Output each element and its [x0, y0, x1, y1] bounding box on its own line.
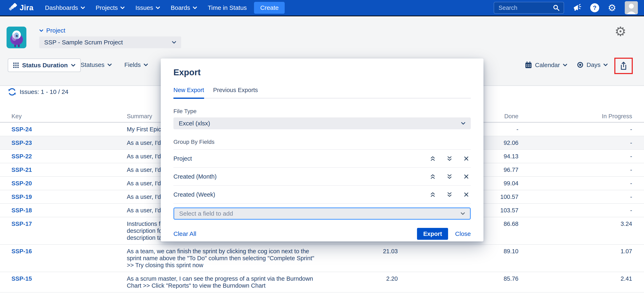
issue-key-cell: SSP-18 [12, 204, 127, 217]
move-down-button[interactable] [445, 190, 454, 199]
jira-logo[interactable]: Jira [8, 3, 34, 12]
brand-name: Jira [20, 4, 34, 12]
navbar-right: ? ⚙ [494, 1, 638, 14]
chevron-down-icon [144, 64, 148, 66]
view-selector-status-duration[interactable]: Status Duration [8, 58, 81, 72]
close-icon [463, 156, 469, 162]
in-progress-value-cell: - [518, 177, 632, 190]
add-field-select[interactable]: Select a field to add [174, 208, 471, 220]
issue-key-cell: SSP-24 [12, 123, 127, 136]
nav-item-time-in-status[interactable]: Time in Status [208, 4, 247, 11]
move-up-button[interactable] [428, 172, 437, 181]
user-avatar[interactable] [625, 1, 638, 14]
in-progress-value-cell: - [518, 136, 632, 149]
file-type-select[interactable]: Excel (xlsx) [174, 118, 471, 129]
issue-key-link[interactable]: SSP-15 [12, 275, 32, 282]
search-icon [552, 4, 560, 12]
statuses-dropdown[interactable]: Statuses [80, 61, 112, 68]
close-icon [463, 192, 469, 198]
days-dropdown[interactable]: Days [577, 61, 608, 68]
issue-key-link[interactable]: SSP-20 [12, 180, 32, 186]
chevron-down-icon [71, 64, 76, 67]
move-down-button[interactable] [445, 172, 454, 181]
nav-item-projects[interactable]: Projects [96, 4, 125, 11]
issue-key-link[interactable]: SSP-18 [12, 207, 32, 214]
clear-all-link[interactable]: Clear All [174, 230, 196, 237]
col-header-in-progress: In Progress [518, 113, 632, 120]
close-icon [463, 174, 469, 180]
issue-key-link[interactable]: SSP-17 [12, 220, 32, 227]
chevron-down-icon [156, 6, 160, 9]
file-type-label: File Type [174, 108, 471, 114]
remove-field-button[interactable] [462, 154, 471, 163]
table-row: SSP-15As a scrum master, I can see the p… [0, 272, 644, 292]
in-progress-value-cell: 1.07 [518, 245, 632, 258]
modal-tabs: New Export Previous Exports [174, 87, 471, 98]
issue-key-link[interactable]: SSP-23 [12, 140, 32, 146]
issue-key-cell: SSP-21 [12, 163, 127, 176]
modal-close-link[interactable]: Close [455, 230, 471, 237]
project-select[interactable]: SSP - Sample Scrum Project [39, 36, 181, 48]
in-progress-value-cell: 3.24 [518, 217, 632, 230]
double-chevron-down-icon [446, 191, 453, 198]
nav-item-dashboards[interactable]: Dashboards [45, 4, 85, 11]
top-navbar: Jira Dashboards Projects Issues Boards T… [0, 0, 644, 16]
issue-key-link[interactable]: SSP-16 [12, 248, 32, 254]
help-icon[interactable]: ? [590, 3, 599, 12]
export-button[interactable] [616, 60, 630, 72]
in-progress-value-cell: - [518, 190, 632, 203]
modal-title: Export [174, 68, 471, 77]
project-breadcrumb[interactable]: Project [39, 27, 65, 34]
nav-item-boards[interactable]: Boards [171, 4, 197, 11]
calendar-icon [525, 61, 532, 69]
issue-key-link[interactable]: SSP-19 [12, 194, 32, 200]
issue-key-link[interactable]: SSP-24 [12, 126, 32, 132]
issue-key-cell: SSP-19 [12, 190, 127, 203]
announcements-icon[interactable] [573, 3, 582, 12]
remove-field-button[interactable] [462, 190, 471, 199]
done-value-cell: 89.10 [398, 245, 518, 258]
tab-new-export[interactable]: New Export [174, 87, 204, 99]
chevron-down-icon [80, 6, 85, 9]
page-settings-gear-icon[interactable]: ⚙ [614, 25, 627, 38]
in-progress-value-cell: - [518, 123, 632, 136]
col-header-key: Key [12, 113, 127, 120]
chevron-down-icon [563, 64, 567, 66]
group-by-row: Created (Week) [174, 185, 471, 203]
chevron-down-icon [172, 41, 176, 44]
nav-menu: Dashboards Projects Issues Boards Time i… [45, 4, 247, 11]
modal-export-button[interactable]: Export [417, 228, 448, 240]
issue-key-cell: SSP-22 [12, 150, 127, 163]
chevron-down-icon [120, 6, 125, 9]
table-row: SSP-16As a team, we can finish the sprin… [0, 245, 644, 272]
calendar-dropdown[interactable]: Calendar [525, 61, 567, 69]
move-down-button[interactable] [445, 154, 454, 163]
export-modal: Export New Export Previous Exports File … [161, 58, 484, 242]
in-progress-value-cell: - [518, 163, 632, 176]
group-by-label: Group By Fields [174, 139, 471, 145]
issue-summary-cell: As a scrum master, I can see the progres… [127, 272, 367, 292]
double-chevron-down-icon [446, 173, 453, 180]
export-icon [619, 61, 628, 71]
refresh-icon[interactable] [8, 88, 16, 96]
in-progress-value-cell: - [518, 150, 632, 163]
done-value-cell: 85.76 [398, 272, 518, 285]
issue-key-link[interactable]: SSP-21 [12, 166, 32, 173]
remove-field-button[interactable] [462, 172, 471, 181]
fields-dropdown[interactable]: Fields [124, 61, 148, 68]
global-search[interactable] [494, 2, 564, 14]
chevron-down-icon [39, 29, 43, 32]
double-chevron-up-icon [430, 155, 436, 162]
create-button[interactable]: Create [254, 2, 285, 14]
grid-icon [13, 62, 19, 68]
search-input[interactable] [498, 4, 552, 11]
move-up-button[interactable] [428, 154, 437, 163]
chevron-down-icon [193, 6, 197, 9]
move-up-button[interactable] [428, 190, 437, 199]
settings-icon[interactable]: ⚙ [608, 3, 616, 12]
modal-footer: Clear All Export Close [174, 228, 471, 240]
issue-key-link[interactable]: SSP-22 [12, 153, 32, 160]
nav-item-issues[interactable]: Issues [136, 4, 160, 11]
tab-previous-exports[interactable]: Previous Exports [213, 87, 258, 98]
group-by-row: Project [174, 149, 471, 167]
